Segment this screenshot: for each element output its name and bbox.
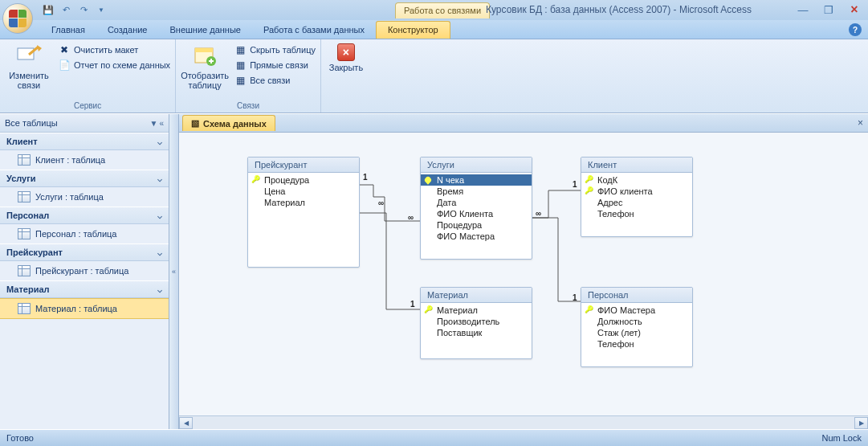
rel-cardinality-1: 1 [573,180,577,189]
nav-item-services-table[interactable]: Услуги : таблица [0,187,169,207]
table-box-pricelist[interactable]: Прейскурант Процедура Цена Материал [247,157,360,268]
all-rel-icon: ▦ [234,74,247,87]
show-table-label: Отобразить таблицу [181,71,229,90]
relationship-report-label: Отчет по схеме данных [74,60,170,70]
field-check-number[interactable]: N чека [421,174,532,186]
nav-dropdown-icon[interactable]: ▼ [150,119,158,128]
clear-layout-label: Очистить макет [74,45,138,55]
office-button[interactable] [2,3,33,34]
hide-table-button[interactable]: ▦Скрыть таблицу [234,43,316,56]
minimize-button[interactable]: — [794,3,812,16]
nav-group-pricelist[interactable]: Прейскурант⌵ [0,243,169,261]
nav-collapse-icon[interactable]: « [159,119,164,128]
undo-icon[interactable]: ↶ [59,4,72,17]
table-box-material[interactable]: Материал Материал Производитель Поставщи… [420,287,532,359]
nav-group-services[interactable]: Услуги⌵ [0,170,169,187]
field-client-fio[interactable]: ФИО Клиента [421,208,532,219]
field-kodk[interactable]: КодК [581,174,692,186]
all-relationships-button[interactable]: ▦Все связи [234,74,316,87]
show-table-button[interactable]: Отобразить таблицу [181,42,229,90]
redo-icon[interactable]: ↷ [77,4,90,17]
chevron-up-icon: ⌵ [157,248,162,257]
edit-relationships-button[interactable]: Изменить связи [5,42,53,90]
context-tab-relations[interactable]: Работа со связями [395,2,490,18]
nav-group-staff[interactable]: Персонал⌵ [0,207,169,224]
status-numlock: Num Lock [821,433,862,443]
field-address[interactable]: Адрес [581,197,692,208]
table-icon [18,303,31,314]
field-supplier[interactable]: Поставщик [421,327,532,338]
field-date[interactable]: Дата [421,197,532,208]
close-label: Закрыть [329,63,363,72]
nav-group-services-label: Услуги [6,174,36,183]
table-icon [18,228,31,239]
scroll-track[interactable] [193,417,854,429]
ribbon-tabs: Главная Создание Внешние данные Работа с… [0,20,868,39]
nav-item-client-table[interactable]: Клиент : таблица [0,150,169,170]
restore-button[interactable]: ❐ [820,3,837,16]
close-icon: × [337,43,355,61]
nav-item-services-label: Услуги : таблица [35,192,104,202]
field-procedure[interactable]: Процедура [248,174,359,186]
group-tools-label: Сервис [5,100,170,113]
field-phone[interactable]: Телефон [581,338,692,350]
field-phone[interactable]: Телефон [581,208,692,219]
nav-group-staff-label: Персонал [6,211,49,220]
direct-rel-label: Прямые связи [250,60,308,70]
help-icon[interactable]: ? [849,23,862,36]
navigation-pane: Все таблицы ▼ « Клиент⌵ Клиент : таблица… [0,114,169,429]
close-relationships-button[interactable]: × Закрыть [326,42,366,72]
field-client-fio[interactable]: ФИО клиента [581,186,692,197]
table-box-staff[interactable]: Персонал ФИО Мастера Должность Стаж (лет… [581,287,693,367]
field-position[interactable]: Должность [581,316,692,327]
doc-tab-label: Схема данных [203,119,267,129]
doc-tab-schema[interactable]: ▧ Схема данных [182,115,275,131]
chevron-up-icon: ⌵ [157,174,162,183]
scroll-left-button[interactable]: ◀ [179,417,193,429]
nav-header[interactable]: Все таблицы ▼ « [0,114,169,133]
tab-dbtools[interactable]: Работа с базами данных [252,22,376,39]
tab-design[interactable]: Конструктор [376,21,450,39]
nav-item-staff-table[interactable]: Персонал : таблица [0,224,169,243]
report-icon: 📄 [58,59,71,72]
nav-header-label: Все таблицы [5,118,58,128]
nav-group-client[interactable]: Клиент⌵ [0,133,169,150]
doc-close-button[interactable]: × [858,117,863,129]
direct-relationships-button[interactable]: ▦Прямые связи [234,59,316,72]
show-table-icon [192,43,218,69]
direct-rel-icon: ▦ [234,59,247,72]
close-button[interactable]: × [846,3,863,16]
ribbon-group-close: × Закрыть [321,39,371,113]
scroll-right-button[interactable]: ▶ [854,417,868,429]
nav-item-pricelist-table[interactable]: Прейскурант : таблица [0,261,169,280]
table-box-services[interactable]: Услуги N чека Время Дата ФИО Клиента Про… [420,157,532,260]
field-material[interactable]: Материал [248,197,359,208]
field-material[interactable]: Материал [421,305,532,316]
clear-layout-button[interactable]: ✖Очистить макет [58,43,170,56]
relationship-report-button[interactable]: 📄Отчет по схеме данных [58,59,170,72]
table-icon [18,191,31,203]
tab-external[interactable]: Внешние данные [159,22,252,39]
nav-item-pricelist-label: Прейскурант : таблица [35,266,128,276]
edit-relationships-label: Изменить связи [9,71,49,90]
nav-group-material[interactable]: Материал⌵ [0,280,169,298]
horizontal-scrollbar[interactable]: ◀ ▶ [179,415,868,429]
table-box-client[interactable]: Клиент КодК ФИО клиента Адрес Телефон [581,157,693,237]
field-master-fio[interactable]: ФИО Мастера [581,305,692,316]
relationships-canvas[interactable]: 1 ∞ ∞ 1 ∞ 1 1 Прейскурант Процедура Цена… [179,133,868,415]
field-time[interactable]: Время [421,186,532,197]
office-logo-icon [9,10,26,27]
tab-create[interactable]: Создание [96,22,159,39]
tab-home[interactable]: Главная [40,22,96,39]
save-icon[interactable]: 💾 [42,4,55,17]
shutter-bar[interactable]: « [169,114,179,429]
field-master-fio[interactable]: ФИО Мастера [421,231,532,242]
qat-dropdown-icon[interactable]: ▼ [95,4,108,17]
rel-cardinality-inf: ∞ [536,209,541,218]
field-experience[interactable]: Стаж (лет) [581,327,692,338]
field-manufacturer[interactable]: Производитель [421,316,532,327]
nav-item-material-table[interactable]: Материал : таблица [0,298,169,319]
field-procedure[interactable]: Процедура [421,219,532,231]
field-price[interactable]: Цена [248,186,359,197]
status-bar: Готово Num Lock [0,429,868,446]
